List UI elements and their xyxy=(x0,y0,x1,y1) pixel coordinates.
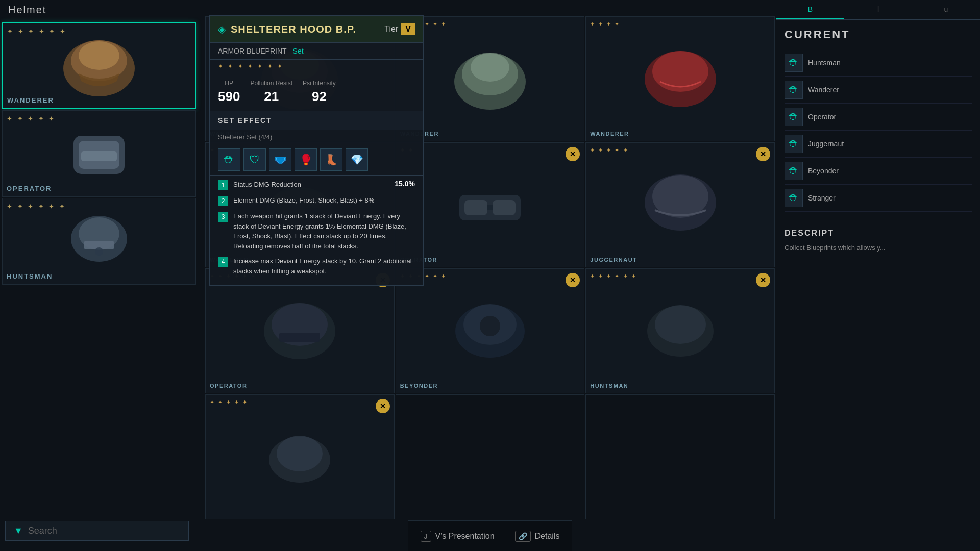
effect-text-3: Each weapon hit grants 1 stack of Devian… xyxy=(233,211,415,251)
svg-point-2 xyxy=(79,41,119,70)
svg-rect-5 xyxy=(81,151,117,161)
current-icon-3: ⛑ xyxy=(785,135,803,153)
thumb-1 xyxy=(3,23,195,108)
item-type: ARMOR BLUEPRINT xyxy=(218,47,287,55)
remove-btn-9[interactable]: ✕ xyxy=(376,399,390,413)
grid-item-2[interactable]: ✦ ✦ ✦ ✦ WANDERER xyxy=(585,16,775,141)
grid-label-2: WANDERER xyxy=(590,131,629,137)
label-3: HUNTSMAN xyxy=(7,272,53,280)
svg-point-9 xyxy=(95,247,103,256)
details-key: 🔗 xyxy=(515,531,531,542)
tab-u[interactable]: u xyxy=(912,0,980,19)
set-effect-subtitle: Shelterer Set (4/4) xyxy=(210,130,423,144)
set-icon-chest: 🛡 xyxy=(243,148,266,171)
remove-btn-8[interactable]: ✕ xyxy=(756,273,770,287)
center-panel: ◈ SHELTERER HOOD B.P. Tier V ARMOR BLUEP… xyxy=(204,0,776,551)
grid-thumb-1 xyxy=(396,17,584,141)
svg-point-35 xyxy=(655,305,706,344)
left-item-1[interactable]: ✦ ✦ ✦ ✦ ✦ ✦ WANDERER xyxy=(2,22,196,109)
grid-stars-9: ✦ ✦ ✦ ✦ ✦ xyxy=(210,399,248,406)
effect-num-3: 3 xyxy=(218,212,228,222)
tier-label: Tier xyxy=(384,24,398,34)
grid-item-6[interactable]: ✦ ✦ ✦ ✦ ✦ ✦ ✕ OPERATOR xyxy=(205,268,395,393)
stat-psi-value: 92 xyxy=(312,89,327,105)
grid-stars-2: ✦ ✦ ✦ ✦ xyxy=(590,21,620,28)
grid-thumb-9 xyxy=(206,395,394,519)
desc-title: DESCRIPT xyxy=(785,229,972,238)
effect-value-1: 15.0% xyxy=(395,180,415,188)
effect-num-1: 1 xyxy=(218,180,228,190)
left-item-2[interactable]: ✦ ✦ ✦ ✦ ✦ OPERATOR xyxy=(2,110,196,197)
effect-text-4: Increase max Deviant Energy stack by 10.… xyxy=(233,256,415,276)
grid-stars-5: ✦ ✦ ✦ ✦ ✦ xyxy=(590,147,628,154)
svg-point-15 xyxy=(471,53,509,82)
panel-header: Helmet xyxy=(0,0,204,20)
effect-item-1: 1 Status DMG Reduction 15.0% xyxy=(218,180,415,190)
tooltip-overlay: ◈ SHELTERER HOOD B.P. Tier V ARMOR BLUEP… xyxy=(209,15,424,286)
tier-value: V xyxy=(401,23,415,35)
current-icon-1: ⛑ xyxy=(785,81,803,99)
set-icon-boots: 👢 xyxy=(320,148,342,171)
grid-stars-8: ✦ ✦ ✦ ✦ ✦ ✦ xyxy=(590,273,636,280)
left-item-3[interactable]: ✦ ✦ ✦ ✦ ✦ ✦ HUNTSMAN xyxy=(2,198,196,285)
search-input[interactable] xyxy=(28,525,180,536)
helmet-grid: ✦ ✦ ✦ ✦ ✦ ✦ WANDERER ✦ ✦ ✦ ✦ ✦ xyxy=(0,20,204,287)
set-icons-row: ⛑ 🛡 🩲 🥊 👢 💎 xyxy=(210,144,423,176)
grid-item-4[interactable]: ✦ ✦ ✕ OPERATOR xyxy=(396,142,585,267)
set-icon-acc: 💎 xyxy=(346,148,368,171)
search-bar[interactable]: ▼ xyxy=(5,521,189,541)
grid-item-8[interactable]: ✦ ✦ ✦ ✦ ✦ ✦ ✕ HUNTSMAN xyxy=(585,268,775,393)
description-section: DESCRIPT Collect Blueprints which allows… xyxy=(776,220,980,262)
effect-text-1: Status DMG Reduction xyxy=(233,180,301,190)
set-icon-pants: 🩲 xyxy=(269,148,291,171)
left-panel: Helmet ✦ ✦ ✦ ✦ ✦ ✦ WANDERER ✦ ✦ ✦ ✦ ✦ xyxy=(0,0,204,551)
current-name-1: Wanderer xyxy=(808,86,839,94)
remove-btn-5[interactable]: ✕ xyxy=(756,147,770,161)
set-effect-header: SET EFFECT xyxy=(210,111,423,130)
effect-text-2: Element DMG (Blaze, Frost, Shock, Blast)… xyxy=(233,195,374,206)
svg-point-17 xyxy=(652,51,708,92)
tooltip-title: SHELTERER HOOD B.P. xyxy=(231,23,356,35)
grid-label-6: OPERATOR xyxy=(210,383,247,389)
right-panel: B l u CURRENT ⛑ Huntsman ⛑ Wanderer ⛑ Op… xyxy=(776,0,980,551)
grid-thumb-4 xyxy=(396,143,584,267)
set-icon-helm: ⛑ xyxy=(218,148,240,171)
current-item-4[interactable]: ⛑ Beyonder xyxy=(785,158,972,185)
grid-item-1[interactable]: ✦ ✦ ✦ ✦ ✦ ✦ WANDERER xyxy=(396,16,585,141)
grid-item-9[interactable]: ✦ ✦ ✦ ✦ ✦ ✕ xyxy=(205,394,395,519)
stat-pollution: Pollution Resist 21 xyxy=(250,80,292,105)
thumb-3 xyxy=(3,198,195,284)
grid-item-5[interactable]: ✦ ✦ ✦ ✦ ✦ ✕ JUGGERNAUT xyxy=(585,142,775,267)
tooltip-header: ◈ SHELTERER HOOD B.P. Tier V xyxy=(210,16,423,43)
grid-thumb-2 xyxy=(586,17,774,141)
label-1: WANDERER xyxy=(7,96,54,104)
stat-hp-label: HP xyxy=(225,80,233,87)
presentation-btn[interactable]: J V's Presentation xyxy=(421,531,495,542)
grid-label-8: HUNTSMAN xyxy=(590,383,628,389)
set-tag: Set xyxy=(293,47,304,55)
tab-b[interactable]: B xyxy=(776,0,844,19)
stat-psi-label: Psi Intensity xyxy=(303,80,336,87)
current-item-5[interactable]: ⛑ Stranger xyxy=(785,185,972,212)
grid-item-7[interactable]: ✦ ✦ ✦ ✦ ✦ ✦ ✕ BEYONDER xyxy=(396,268,585,393)
tooltip-tier: Tier V xyxy=(384,23,415,35)
tab-l[interactable]: l xyxy=(844,0,912,19)
svg-point-33 xyxy=(480,316,500,336)
effect-item-3: 3 Each weapon hit grants 1 stack of Devi… xyxy=(218,211,415,251)
grid-thumb-6 xyxy=(206,269,394,393)
current-name-0: Huntsman xyxy=(808,59,841,67)
filter-icon: ▼ xyxy=(14,525,23,536)
current-item-3[interactable]: ⛑ Juggernaut xyxy=(785,131,972,158)
bottom-bar: J V's Presentation 🔗 Details xyxy=(408,520,572,551)
details-btn[interactable]: 🔗 Details xyxy=(515,531,560,542)
presentation-key: J xyxy=(421,531,431,542)
item-icon: ◈ xyxy=(218,23,226,35)
current-name-2: Operator xyxy=(808,113,836,121)
stat-pollution-label: Pollution Resist xyxy=(250,80,292,87)
current-item-0[interactable]: ⛑ Huntsman xyxy=(785,49,972,77)
current-item-2[interactable]: ⛑ Operator xyxy=(785,104,972,131)
effect-num-2: 2 xyxy=(218,196,228,206)
grid-label-5: JUGGERNAUT xyxy=(590,257,637,263)
current-item-1[interactable]: ⛑ Wanderer xyxy=(785,77,972,104)
details-label: Details xyxy=(535,532,560,541)
